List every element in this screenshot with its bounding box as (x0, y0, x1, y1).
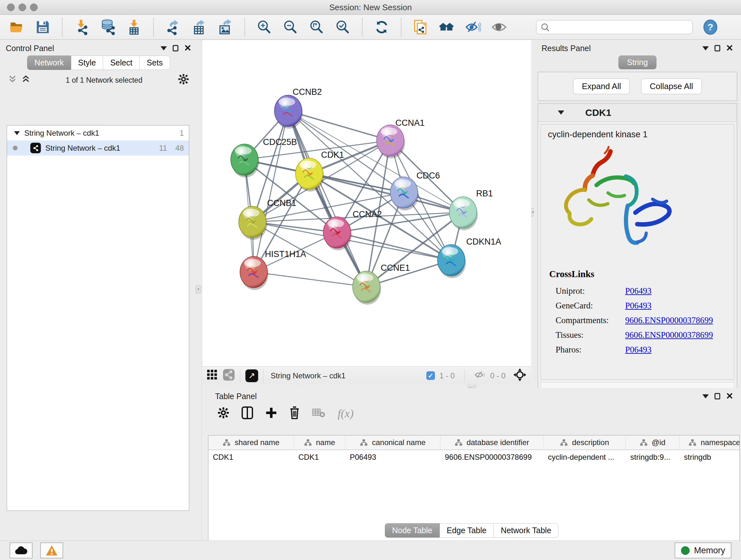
add-column-icon[interactable] (266, 407, 277, 420)
export-table-icon[interactable] (191, 19, 207, 36)
crosslink-row: Pharos:P06493 (556, 342, 729, 357)
table-row[interactable]: CDK1CDK1P064939606.ENSP00000378699cyclin… (208, 450, 739, 465)
tab-edge-table[interactable]: Edge Table (440, 523, 494, 538)
expand-all-button[interactable]: Expand All (573, 78, 630, 94)
table-cell[interactable]: P06493 (345, 450, 441, 465)
column-network-icon (560, 439, 568, 446)
selected-checkbox-icon[interactable]: ✓ (426, 371, 435, 380)
tab-network-table[interactable]: Network Table (494, 523, 558, 538)
tab-sets[interactable]: Sets (140, 56, 170, 70)
tab-string[interactable]: String (618, 56, 657, 69)
tab-style[interactable]: Style (71, 56, 104, 70)
refresh-icon[interactable] (374, 19, 390, 36)
network-node-HIST1H1A[interactable]: HIST1H1A (240, 249, 306, 290)
tab-select[interactable]: Select (103, 56, 139, 70)
table-cell[interactable]: stringdb:9... (626, 450, 679, 465)
zoom-out-icon[interactable] (282, 19, 299, 36)
column-header-description[interactable]: description (543, 435, 626, 449)
column-header-canonicalname[interactable]: canonical name (345, 435, 441, 449)
crosslink-link[interactable]: P06493 (625, 286, 652, 296)
hide-unhide-icon[interactable] (465, 19, 481, 36)
network-row[interactable]: String Network – cdk1 11 48 (7, 140, 189, 155)
column-header-sharedname[interactable]: shared name (208, 435, 294, 449)
table-cell[interactable]: 9606.ENSP00000378699 (441, 450, 543, 465)
show-columns-icon[interactable] (241, 407, 253, 421)
help-icon[interactable]: ? (702, 19, 719, 36)
column-header-name[interactable]: name (294, 435, 345, 449)
panel-float-icon[interactable] (715, 45, 720, 51)
save-session-icon[interactable] (35, 19, 51, 36)
network-edge[interactable] (254, 272, 366, 287)
gene-section-header[interactable]: CDK1 (538, 104, 737, 122)
delete-column-icon[interactable] (289, 407, 300, 421)
table-cell[interactable]: CDK1 (294, 450, 345, 465)
panel-close-icon[interactable]: ✕ (726, 44, 733, 53)
crosslink-link[interactable]: 9606.ENSP00000378699 (625, 315, 713, 325)
table-settings-gear-icon[interactable] (218, 407, 229, 420)
copy-style-icon[interactable] (412, 19, 429, 36)
open-in-window-icon[interactable]: ↗ (246, 369, 258, 382)
collapse-all-button[interactable]: Collapse All (641, 78, 702, 94)
crosslink-link[interactable]: P06493 (625, 301, 652, 311)
panel-float-icon[interactable] (173, 45, 179, 51)
home-pages-icon[interactable] (439, 19, 455, 36)
column-header-databaseidentifier[interactable]: database identifier (441, 435, 543, 449)
expand-all-networks-icon[interactable] (22, 75, 30, 85)
left-splitter-handle[interactable] (196, 285, 201, 294)
network-node-CCNB2[interactable]: CCNB2 (274, 87, 322, 129)
collapse-all-networks-icon[interactable] (8, 75, 17, 85)
export-network-icon[interactable] (165, 19, 181, 36)
open-session-icon[interactable] (8, 19, 25, 36)
network-collection-row[interactable]: String Network – cdk1 1 (7, 125, 189, 140)
control-panel-tabs: NetworkStyleSelectSets (27, 56, 170, 70)
crosslink-link[interactable]: 9606.ENSP00000378699 (625, 330, 713, 340)
panel-close-icon[interactable]: ✕ (184, 44, 192, 53)
show-eye-icon[interactable] (491, 19, 508, 36)
collection-expander-icon[interactable] (14, 131, 20, 135)
zoom-selected-icon[interactable] (334, 19, 351, 36)
gene-expander-icon[interactable] (558, 111, 564, 115)
network-node-CDKN1A[interactable]: CDKN1A (437, 237, 501, 278)
panel-float-icon[interactable] (715, 393, 720, 399)
zoom-fit-icon[interactable] (308, 19, 325, 36)
table-cell[interactable]: CDK1 (208, 450, 294, 465)
network-edge[interactable] (288, 111, 366, 287)
network-node-RB1[interactable]: RB1 (449, 189, 493, 230)
network-options-gear-icon[interactable] (178, 74, 189, 86)
table-cell[interactable]: stringdb (679, 450, 740, 465)
export-image-icon[interactable] (217, 19, 233, 36)
network-view-mode-icon[interactable] (223, 369, 235, 383)
toolbar-separator (153, 18, 154, 37)
panel-menu-icon[interactable] (702, 394, 709, 398)
network-edge[interactable] (337, 233, 451, 260)
warnings-button[interactable] (40, 543, 63, 558)
import-database-icon[interactable] (99, 19, 116, 36)
zoom-in-icon[interactable] (256, 19, 273, 36)
search-icon (541, 23, 550, 34)
network-edge[interactable] (254, 111, 288, 272)
cloud-status-button[interactable] (10, 543, 32, 558)
grid-view-icon[interactable] (207, 369, 218, 382)
crosslink-link[interactable]: P06493 (625, 345, 652, 355)
search-input[interactable] (536, 20, 692, 34)
panel-menu-icon[interactable] (160, 46, 167, 51)
panel-menu-icon[interactable] (702, 46, 709, 51)
network-edge[interactable] (288, 111, 390, 140)
import-network-icon[interactable] (73, 19, 90, 36)
fit-content-crosshair-icon[interactable] (513, 368, 527, 383)
column-header-id[interactable]: @id (626, 435, 679, 449)
network-node-CCNE1[interactable]: CCNE1 (353, 263, 410, 305)
column-header-namespace[interactable]: namespace (679, 435, 740, 449)
table-cell[interactable]: cyclin-dependent ... (543, 450, 626, 465)
tab-node-table[interactable]: Node Table (385, 523, 440, 538)
network-node-CCNA1[interactable]: CCNA1 (377, 118, 425, 159)
network-canvas[interactable]: CCNB2CCNA1CDC25BCDK1CDC6RB1CCNB1CCNA2CDK… (202, 40, 531, 366)
panel-close-icon[interactable]: ✕ (726, 392, 733, 401)
toolbar-separator (240, 369, 240, 382)
results-scrollbar[interactable] (541, 382, 734, 388)
column-network-icon (304, 439, 312, 446)
status-bar: Memory (0, 541, 741, 560)
memory-button[interactable]: Memory (675, 543, 731, 558)
tab-network[interactable]: Network (27, 56, 71, 70)
import-table-icon[interactable] (126, 19, 142, 36)
